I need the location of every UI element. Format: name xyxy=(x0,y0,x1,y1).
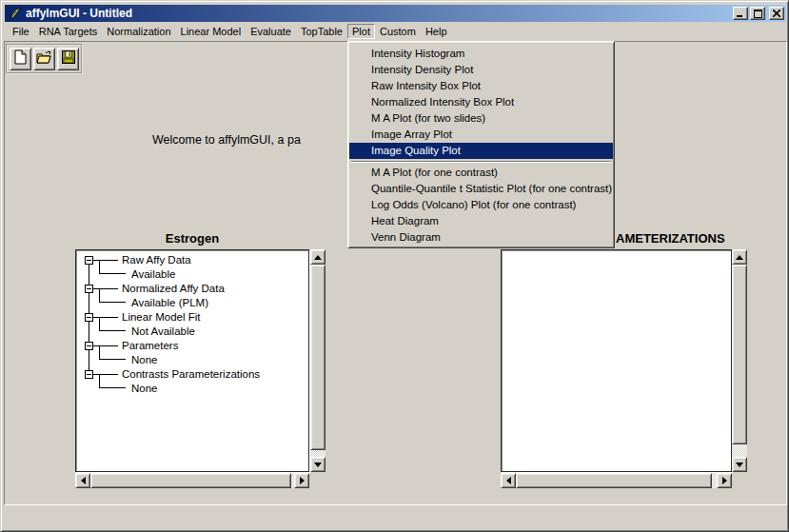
tree-node-status[interactable]: None xyxy=(131,353,158,367)
tree-collapse-box[interactable] xyxy=(85,256,93,265)
left-panel-title: Estrogen xyxy=(75,231,309,246)
tree-collapse-box[interactable] xyxy=(85,370,93,379)
save-floppy-icon xyxy=(62,50,75,68)
menu-item-venn-diagram[interactable]: Venn Diagram xyxy=(349,229,613,246)
menu-item-intensity-histogram[interactable]: Intensity Histogram xyxy=(349,46,613,62)
tree-node-label[interactable]: Raw Affy Data xyxy=(122,253,191,267)
maximize-button[interactable] xyxy=(750,7,765,20)
menu-item-image-array-plot[interactable]: Image Array Plot xyxy=(349,127,613,143)
open-file-button[interactable] xyxy=(33,48,55,70)
tree-node-label[interactable]: Normalized Affy Data xyxy=(122,282,225,296)
menu-item-normalized-intensity-box-plot[interactable]: Normalized Intensity Box Plot xyxy=(349,94,613,110)
close-button[interactable] xyxy=(769,7,784,20)
scroll-down-button[interactable] xyxy=(310,457,325,472)
menu-file[interactable]: File xyxy=(8,24,34,39)
scroll-up-button[interactable] xyxy=(732,249,747,265)
tree-node-status[interactable]: Available (PLM) xyxy=(131,296,208,310)
menu-item-intensity-density-plot[interactable]: Intensity Density Plot xyxy=(349,62,613,78)
tree-node-label[interactable]: Contrasts Parameterizations xyxy=(122,367,260,382)
menu-normalization[interactable]: Normalization xyxy=(102,24,175,39)
menu-custom[interactable]: Custom xyxy=(375,24,421,39)
menu-rna-targets[interactable]: RNA Targets xyxy=(34,24,103,39)
tree-collapse-box[interactable] xyxy=(85,285,93,293)
save-file-button[interactable] xyxy=(57,48,79,70)
left-arrow-icon xyxy=(81,477,86,484)
tree-node-status[interactable]: Available xyxy=(131,267,175,282)
right-arrow-icon xyxy=(300,477,305,484)
menu-help[interactable]: Help xyxy=(421,24,452,39)
menu-plot[interactable]: Plot xyxy=(347,24,375,39)
scroll-up-button[interactable] xyxy=(310,249,325,265)
scroll-down-button[interactable] xyxy=(732,457,747,472)
menu-item-image-quality-plot[interactable]: Image Quality Plot xyxy=(349,143,613,159)
app-window: affylmGUI - Untitled File RNA Targets No… xyxy=(0,0,789,532)
menu-item-ma-plot-one-contrast[interactable]: M A Plot (for one contrast) xyxy=(349,165,613,181)
minimize-button[interactable] xyxy=(733,7,748,20)
scroll-thumb[interactable] xyxy=(516,473,712,488)
menu-item-ma-plot-two-slides[interactable]: M A Plot (for two slides) xyxy=(349,110,613,127)
menu-toptable[interactable]: TopTable xyxy=(296,24,347,39)
titlebar[interactable]: affylmGUI - Untitled xyxy=(5,5,786,22)
tree-node-label[interactable]: Parameters xyxy=(122,339,178,353)
app-feather-icon xyxy=(8,7,23,20)
open-folder-icon xyxy=(36,50,52,68)
contrasts-listbox[interactable] xyxy=(501,249,732,472)
menu-item-heat-diagram[interactable]: Heat Diagram xyxy=(349,213,613,229)
toolbar xyxy=(6,44,83,74)
tree-node-status[interactable]: Not Available xyxy=(131,325,195,339)
welcome-text: Welcome to affylmGUI, a pa xyxy=(152,133,301,147)
new-file-icon xyxy=(14,49,27,69)
tree-collapse-box[interactable] xyxy=(85,313,93,322)
scroll-right-button[interactable] xyxy=(294,473,309,488)
new-file-button[interactable] xyxy=(10,48,31,70)
down-arrow-icon xyxy=(736,463,743,467)
right-vertical-scrollbar[interactable] xyxy=(732,249,747,472)
window-title: affylmGUI - Untitled xyxy=(26,7,132,20)
menu-separator xyxy=(351,161,611,163)
scroll-thumb[interactable] xyxy=(90,473,291,488)
scroll-right-button[interactable] xyxy=(717,473,732,488)
menu-evaluate[interactable]: Evaluate xyxy=(246,24,296,39)
menubar: File RNA Targets Normalization Linear Mo… xyxy=(5,22,786,41)
menu-item-log-odds-volcano-plot[interactable]: Log Odds (Volcano) Plot (for one contras… xyxy=(349,197,613,213)
up-arrow-icon xyxy=(736,255,743,260)
scroll-left-button[interactable] xyxy=(501,473,516,488)
plot-dropdown-menu: Intensity Histogram Intensity Density Pl… xyxy=(347,41,615,248)
menu-item-qq-t-statistic-plot[interactable]: Quantile-Quantile t Statistic Plot (for … xyxy=(349,181,613,197)
left-vertical-scrollbar[interactable] xyxy=(310,249,325,472)
menu-item-raw-intensity-box-plot[interactable]: Raw Intensity Box Plot xyxy=(349,78,613,94)
right-arrow-icon xyxy=(722,477,727,484)
down-arrow-icon xyxy=(314,463,322,467)
scroll-thumb[interactable] xyxy=(732,265,747,444)
scroll-thumb[interactable] xyxy=(310,265,325,450)
menu-linear-model[interactable]: Linear Model xyxy=(176,24,247,39)
tree-collapse-box[interactable] xyxy=(85,342,93,350)
right-panel-title: AMETERIZATIONS xyxy=(616,231,725,246)
left-horizontal-scrollbar[interactable] xyxy=(75,473,309,488)
scroll-left-button[interactable] xyxy=(75,473,90,488)
status-tree: Raw Affy Data Available Normalized Affy … xyxy=(76,250,308,471)
up-arrow-icon xyxy=(314,255,322,260)
tree-node-status[interactable]: None xyxy=(131,382,158,396)
left-arrow-icon xyxy=(506,477,511,484)
status-tree-listbox[interactable]: Raw Affy Data Available Normalized Affy … xyxy=(75,249,309,472)
tree-node-label[interactable]: Linear Model Fit xyxy=(122,310,200,325)
right-horizontal-scrollbar[interactable] xyxy=(501,473,732,488)
